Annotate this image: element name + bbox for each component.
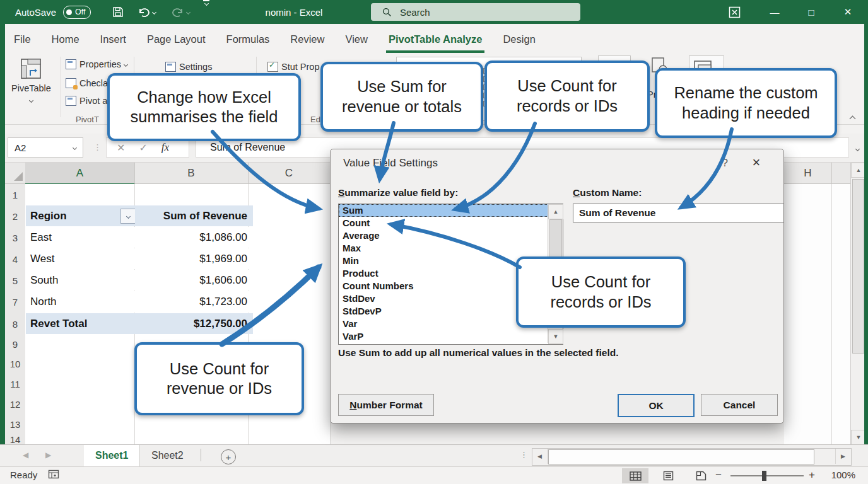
ribbon-group-label: PivotT: [76, 115, 99, 124]
zoom-percentage[interactable]: 100%: [820, 470, 855, 480]
next-sheet-icon[interactable]: ▶: [45, 451, 51, 459]
minimize-button[interactable]: —: [761, 0, 789, 24]
maximize-button[interactable]: □: [797, 0, 825, 24]
grid-row: [784, 291, 850, 314]
collapse-ribbon-icon[interactable]: [850, 112, 855, 124]
search-box[interactable]: Search: [371, 3, 580, 21]
name-box-dropdown-icon[interactable]: [73, 145, 77, 149]
accessibility-status-icon[interactable]: [48, 470, 59, 482]
undo-dropdown-icon[interactable]: [152, 9, 156, 14]
pivottable-button[interactable]: PiveTable: [11, 57, 50, 117]
column-header-h[interactable]: H: [784, 163, 832, 183]
ribbon-tab-pivottable-analyze[interactable]: PivotTable Analyze: [389, 33, 483, 45]
dialog-title: Value Field Settings: [343, 157, 438, 170]
zoom-in-icon[interactable]: +: [809, 469, 815, 481]
save-icon[interactable]: [112, 0, 124, 24]
row-header-11[interactable]: 11: [5, 374, 26, 395]
select-all-corner[interactable]: [5, 163, 26, 183]
custom-name-input[interactable]: Sum of Revenue: [573, 204, 784, 222]
dialog-help-icon[interactable]: ?: [722, 157, 728, 170]
summarize-option-count[interactable]: Count: [339, 217, 549, 229]
new-sheet-button[interactable]: +: [221, 449, 236, 464]
ribbon-tab-insert[interactable]: Insert: [100, 33, 126, 45]
scroll-left-icon[interactable]: ◀: [532, 449, 548, 464]
row-header-4[interactable]: 4: [5, 248, 26, 270]
cancel-icon[interactable]: ✕: [117, 142, 125, 154]
properties-button[interactable]: Properties: [66, 59, 127, 69]
autosave-toggle[interactable]: Off: [63, 6, 91, 19]
row-header-5[interactable]: 5: [5, 270, 26, 292]
row-header-12[interactable]: 12: [5, 394, 26, 415]
quick-access-menu-icon[interactable]: [203, 0, 209, 24]
scroll-thumb[interactable]: [852, 179, 864, 354]
ribbon-tab-review[interactable]: Review: [290, 33, 324, 45]
grid-row: [784, 248, 850, 270]
page-layout-view-button[interactable]: [655, 468, 681, 483]
row-header-13[interactable]: 13: [5, 414, 26, 435]
separator-dots: ⋮: [520, 450, 528, 459]
row-header-3[interactable]: 3: [5, 227, 26, 249]
row-header-2[interactable]: 2: [5, 205, 26, 228]
row-header-8[interactable]: 8: [5, 313, 26, 335]
prev-sheet-icon[interactable]: ◀: [23, 451, 28, 459]
status-bar: Ready − + 100%: [0, 466, 868, 484]
column-header-partial: [831, 163, 851, 183]
filter-dropdown-button[interactable]: [120, 209, 136, 224]
sheet-tab-sheet2[interactable]: Sheet2: [140, 445, 195, 466]
zoom-slider[interactable]: [730, 475, 804, 476]
sheet-tab-sheet1[interactable]: Sheet1: [84, 445, 140, 468]
toggle-dot-icon: [66, 9, 72, 15]
ribbon-tab-home[interactable]: Home: [52, 33, 79, 45]
horizontal-scrollbar[interactable]: ◀ ▶: [532, 448, 852, 466]
row-header-7[interactable]: 7: [5, 291, 26, 314]
row-header-14[interactable]: 14: [5, 434, 26, 445]
zoom-out-icon[interactable]: −: [715, 469, 722, 481]
expand-formula-bar-icon[interactable]: [850, 141, 864, 156]
ribbon-tab-file[interactable]: File: [14, 33, 31, 45]
pivottable-icon: [20, 58, 42, 81]
fx-icon[interactable]: fx: [161, 141, 169, 154]
scroll-down-icon[interactable]: ▼: [548, 329, 563, 344]
ribbon-tab-view[interactable]: View: [345, 33, 367, 45]
cell-reference: A2: [15, 142, 26, 153]
summarize-option-max[interactable]: Max: [339, 242, 549, 255]
row-header-1[interactable]: 1: [5, 184, 26, 206]
dialog-close-icon[interactable]: ×: [747, 154, 766, 171]
column-header-b[interactable]: B: [134, 163, 249, 183]
grid-row: [784, 354, 850, 374]
redo-button[interactable]: [172, 0, 190, 24]
summarize-option-average[interactable]: Average: [339, 229, 549, 242]
scroll-thumb[interactable]: [548, 449, 814, 464]
ribbon-tab-page-layout[interactable]: Page Layout: [147, 33, 206, 45]
settings-button[interactable]: Settings: [165, 62, 212, 72]
number-format-button[interactable]: Number Format: [338, 394, 434, 416]
ribbon-tab-design[interactable]: Design: [503, 33, 535, 45]
checkbox-icon: [267, 62, 278, 72]
pivot-cell-value: $1,086.00: [135, 227, 253, 248]
pivot-total-value: $12,750.00: [135, 313, 253, 334]
zoom-slider-thumb[interactable]: [762, 471, 766, 481]
ribbon-tab-formulas[interactable]: Formulas: [226, 33, 270, 45]
pivot-icon: [66, 96, 76, 106]
redo-dropdown-icon[interactable]: [186, 9, 191, 14]
row-header-9[interactable]: 9: [5, 335, 26, 354]
column-header-c[interactable]: C: [248, 163, 331, 183]
page-break-view-button[interactable]: [688, 468, 714, 483]
ok-button[interactable]: OK: [618, 394, 695, 417]
normal-view-button[interactable]: [622, 468, 648, 483]
summarize-option-sum[interactable]: Sum: [339, 204, 549, 217]
row-header-10[interactable]: 10: [5, 354, 26, 374]
scroll-right-icon[interactable]: ▶: [835, 449, 850, 464]
enter-icon[interactable]: ✓: [139, 142, 147, 154]
pivot-cell-region: North: [26, 291, 139, 313]
name-box[interactable]: A2: [8, 137, 83, 158]
summarize-option-varp[interactable]: VarP: [339, 330, 549, 343]
column-header-a[interactable]: A: [25, 163, 135, 185]
cancel-button[interactable]: Cancel: [701, 394, 778, 416]
vertical-scrollbar[interactable]: ▲ ▼: [850, 163, 864, 444]
close-button[interactable]: ✕: [834, 0, 862, 24]
stut-prop-button[interactable]: Stut Prop: [267, 62, 319, 72]
autosave-state: Off: [75, 8, 85, 16]
undo-button[interactable]: [138, 0, 156, 24]
scroll-up-icon[interactable]: ▲: [548, 204, 563, 219]
